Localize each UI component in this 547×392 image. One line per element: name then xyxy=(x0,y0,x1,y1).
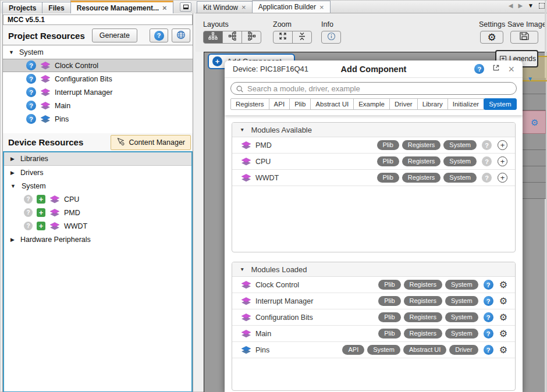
tab-projects[interactable]: Projects xyxy=(2,2,42,13)
filter-example[interactable]: Example xyxy=(353,98,390,110)
tree-group-system[interactable]: System xyxy=(4,179,191,193)
filter-library[interactable]: Library xyxy=(417,98,448,110)
zoom-collapse-button[interactable] xyxy=(292,31,312,44)
browser-view-button[interactable] xyxy=(172,28,190,42)
zoom-button-group xyxy=(273,31,312,44)
add-module-icon[interactable] xyxy=(37,222,45,230)
close-icon[interactable] xyxy=(508,64,514,74)
close-icon[interactable] xyxy=(319,3,324,11)
layout-tree-left-button[interactable] xyxy=(241,31,261,44)
search-input[interactable] xyxy=(247,83,503,94)
help-icon[interactable] xyxy=(484,345,493,355)
tag-pill: Registers xyxy=(404,296,442,306)
scroll-right-icon[interactable] xyxy=(518,3,523,9)
filter-driver[interactable]: Driver xyxy=(389,98,418,110)
tree-item-main[interactable]: Main xyxy=(3,99,193,112)
filter-abstract-ui[interactable]: Abstract UI xyxy=(310,98,354,110)
gear-icon[interactable] xyxy=(499,329,507,338)
layout-tree-right-button[interactable] xyxy=(222,31,242,44)
help-icon[interactable] xyxy=(26,87,36,97)
chevron-down-icon[interactable] xyxy=(240,266,244,272)
add-module-icon[interactable] xyxy=(37,195,45,204)
chevron-down-icon[interactable] xyxy=(9,49,14,55)
filter-api[interactable]: API xyxy=(269,98,290,110)
add-module-icon[interactable] xyxy=(498,173,507,183)
tab-resource-management[interactable]: Resource Management... xyxy=(70,1,173,13)
gear-icon[interactable] xyxy=(499,297,507,306)
help-icon[interactable] xyxy=(26,60,36,70)
help-icon[interactable] xyxy=(474,64,484,74)
gear-icon[interactable] xyxy=(499,313,507,322)
tree-group-system[interactable]: System xyxy=(3,45,193,59)
tree-group-libraries[interactable]: Libraries xyxy=(4,152,191,166)
tree-item-cpu[interactable]: CPU xyxy=(4,193,191,206)
add-module-icon[interactable] xyxy=(37,208,45,217)
tab-files[interactable]: Files xyxy=(42,2,70,13)
settings-button[interactable] xyxy=(480,31,503,44)
tree-item-wwdt[interactable]: WWDT xyxy=(4,219,191,233)
add-module-icon[interactable] xyxy=(498,140,507,150)
tag-pill: Registers xyxy=(402,173,441,183)
filter-system[interactable]: System xyxy=(484,98,516,110)
tag-pill: Registers xyxy=(404,280,442,290)
chevron-down-icon[interactable] xyxy=(240,127,244,133)
close-icon[interactable] xyxy=(162,4,167,12)
minimize-window-button[interactable] xyxy=(180,2,191,12)
help-icon[interactable] xyxy=(26,74,36,84)
chevron-right-icon[interactable] xyxy=(10,237,15,243)
tree-item-label: Main xyxy=(55,102,70,110)
tab-list-icon[interactable] xyxy=(528,3,534,9)
open-in-window-icon[interactable] xyxy=(492,63,500,74)
tag-pill: Abstract UI xyxy=(403,345,446,355)
tree-item-pmd[interactable]: PMD xyxy=(4,206,191,219)
layouts-group-label: Layouts xyxy=(203,20,229,28)
close-icon[interactable] xyxy=(241,3,246,11)
filter-initializer[interactable]: Initializer xyxy=(447,98,484,110)
info-button[interactable] xyxy=(321,31,341,44)
maximize-icon[interactable] xyxy=(539,3,545,9)
help-icon[interactable] xyxy=(484,312,493,322)
tree-item-pins[interactable]: Pins xyxy=(3,112,193,126)
help-icon[interactable] xyxy=(484,280,493,290)
help-icon[interactable] xyxy=(26,114,36,124)
tree-group-drivers[interactable]: Drivers xyxy=(4,166,191,179)
add-component-dialog: Device: PIC18F16Q41 Add Component Regist… xyxy=(225,60,523,392)
zoom-expand-button[interactable] xyxy=(273,31,293,44)
chevron-down-icon[interactable] xyxy=(10,183,16,189)
gear-icon[interactable] xyxy=(499,345,507,355)
tree-item-configuration-bits[interactable]: Configuration Bits xyxy=(3,72,193,85)
help-icon[interactable] xyxy=(484,329,493,338)
layout-tree-down-button[interactable] xyxy=(203,31,223,44)
chevron-down-icon[interactable] xyxy=(527,76,533,82)
tree-item-interrupt-manager[interactable]: Interrupt Manager xyxy=(3,85,193,99)
content-manager-icon xyxy=(116,137,125,148)
globe-icon xyxy=(176,30,186,41)
tag-pill: System xyxy=(445,329,478,338)
content-manager-button[interactable]: Content Manager xyxy=(111,135,191,150)
section-title: Modules Loaded xyxy=(251,265,307,274)
tree-group-hardware-peripherals[interactable]: Hardware Peripherals xyxy=(4,233,191,246)
save-image-button[interactable] xyxy=(510,31,538,44)
module-icon xyxy=(49,195,60,204)
tab-application-builder[interactable]: Application Builder xyxy=(252,1,331,13)
help-icon[interactable] xyxy=(484,296,493,306)
module-icon xyxy=(241,174,251,182)
modules-loaded-header[interactable]: Modules Loaded xyxy=(232,262,515,277)
scroll-left-icon[interactable] xyxy=(509,3,513,9)
help-button[interactable] xyxy=(150,28,168,42)
chevron-right-icon[interactable] xyxy=(10,170,15,176)
generate-button[interactable]: Generate xyxy=(92,28,137,42)
filter-plib[interactable]: Plib xyxy=(289,98,311,110)
tree-item-clock-control[interactable]: Clock Control xyxy=(3,59,193,72)
gear-icon[interactable] xyxy=(499,280,507,290)
gear-icon[interactable] xyxy=(531,117,538,128)
tag-pill: System xyxy=(443,173,477,183)
add-module-icon[interactable] xyxy=(498,156,507,166)
search-box[interactable] xyxy=(230,82,517,95)
filter-registers[interactable]: Registers xyxy=(230,98,269,110)
tab-kit-window[interactable]: Kit Window xyxy=(197,1,253,13)
modules-available-header[interactable]: Modules Available xyxy=(232,123,515,137)
chevron-right-icon[interactable] xyxy=(10,156,15,162)
help-icon[interactable] xyxy=(26,101,36,111)
module-icon xyxy=(49,209,60,217)
